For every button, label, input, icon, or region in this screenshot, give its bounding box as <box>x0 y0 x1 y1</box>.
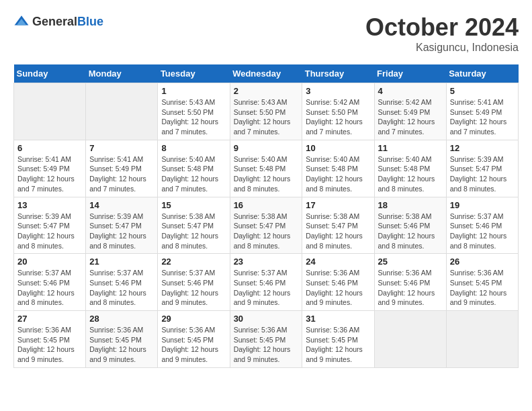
calendar-cell: 25Sunrise: 5:36 AM Sunset: 5:46 PM Dayli… <box>374 254 446 311</box>
calendar-cell: 6Sunrise: 5:41 AM Sunset: 5:49 PM Daylig… <box>14 140 86 197</box>
day-info: Sunrise: 5:36 AM Sunset: 5:45 PM Dayligh… <box>450 268 515 308</box>
day-number: 21 <box>89 257 154 267</box>
day-info: Sunrise: 5:39 AM Sunset: 5:47 PM Dayligh… <box>450 154 515 194</box>
day-number: 29 <box>161 314 226 324</box>
day-info: Sunrise: 5:36 AM Sunset: 5:45 PM Dayligh… <box>17 325 82 365</box>
day-number: 3 <box>306 86 370 96</box>
day-number: 16 <box>234 200 299 210</box>
header-cell-thursday: Thursday <box>302 64 374 83</box>
day-number: 30 <box>234 314 299 324</box>
day-number: 26 <box>450 257 515 267</box>
header-cell-saturday: Saturday <box>446 64 518 83</box>
day-info: Sunrise: 5:36 AM Sunset: 5:45 PM Dayligh… <box>234 325 299 365</box>
calendar-cell: 22Sunrise: 5:37 AM Sunset: 5:46 PM Dayli… <box>158 254 230 311</box>
calendar-cell: 16Sunrise: 5:38 AM Sunset: 5:47 PM Dayli… <box>230 197 302 254</box>
logo-text-general: General <box>32 15 77 28</box>
calendar-cell: 7Sunrise: 5:41 AM Sunset: 5:49 PM Daylig… <box>86 140 158 197</box>
day-info: Sunrise: 5:41 AM Sunset: 5:49 PM Dayligh… <box>89 154 154 194</box>
day-info: Sunrise: 5:38 AM Sunset: 5:47 PM Dayligh… <box>234 212 299 251</box>
day-number: 7 <box>89 143 154 153</box>
calendar-cell: 28Sunrise: 5:36 AM Sunset: 5:45 PM Dayli… <box>86 311 158 368</box>
day-info: Sunrise: 5:38 AM Sunset: 5:47 PM Dayligh… <box>306 212 370 251</box>
month-title: October 2024 <box>365 13 519 42</box>
day-number: 4 <box>378 86 443 96</box>
day-info: Sunrise: 5:36 AM Sunset: 5:45 PM Dayligh… <box>89 325 154 365</box>
day-info: Sunrise: 5:37 AM Sunset: 5:46 PM Dayligh… <box>161 268 226 308</box>
day-number: 19 <box>450 200 515 210</box>
logo: GeneralBlue <box>13 13 103 30</box>
calendar-week-1: 1Sunrise: 5:43 AM Sunset: 5:50 PM Daylig… <box>14 83 519 140</box>
calendar-cell: 14Sunrise: 5:39 AM Sunset: 5:47 PM Dayli… <box>86 197 158 254</box>
day-number: 10 <box>306 143 370 153</box>
calendar-cell: 3Sunrise: 5:42 AM Sunset: 5:50 PM Daylig… <box>302 83 374 140</box>
calendar-cell: 24Sunrise: 5:36 AM Sunset: 5:46 PM Dayli… <box>302 254 374 311</box>
day-number: 31 <box>306 314 370 324</box>
day-info: Sunrise: 5:37 AM Sunset: 5:46 PM Dayligh… <box>89 268 154 308</box>
day-number: 22 <box>161 257 226 267</box>
day-info: Sunrise: 5:40 AM Sunset: 5:48 PM Dayligh… <box>306 154 370 194</box>
day-info: Sunrise: 5:38 AM Sunset: 5:46 PM Dayligh… <box>378 212 443 251</box>
calendar-cell <box>374 311 446 368</box>
logo-text-blue: Blue <box>77 15 103 28</box>
day-number: 11 <box>378 143 443 153</box>
day-info: Sunrise: 5:36 AM Sunset: 5:46 PM Dayligh… <box>306 268 370 308</box>
calendar-cell: 26Sunrise: 5:36 AM Sunset: 5:45 PM Dayli… <box>446 254 518 311</box>
calendar-cell: 15Sunrise: 5:38 AM Sunset: 5:47 PM Dayli… <box>158 197 230 254</box>
day-info: Sunrise: 5:39 AM Sunset: 5:47 PM Dayligh… <box>17 212 82 251</box>
header-cell-tuesday: Tuesday <box>158 64 230 83</box>
day-info: Sunrise: 5:40 AM Sunset: 5:48 PM Dayligh… <box>378 154 443 194</box>
calendar-cell: 1Sunrise: 5:43 AM Sunset: 5:50 PM Daylig… <box>158 83 230 140</box>
day-info: Sunrise: 5:41 AM Sunset: 5:49 PM Dayligh… <box>450 97 515 137</box>
day-info: Sunrise: 5:43 AM Sunset: 5:50 PM Dayligh… <box>161 97 226 137</box>
location-title: Kasiguncu, Indonesia <box>365 42 519 54</box>
logo-icon <box>13 13 30 30</box>
day-info: Sunrise: 5:40 AM Sunset: 5:48 PM Dayligh… <box>234 154 299 194</box>
calendar-cell: 13Sunrise: 5:39 AM Sunset: 5:47 PM Dayli… <box>14 197 86 254</box>
day-info: Sunrise: 5:39 AM Sunset: 5:47 PM Dayligh… <box>89 212 154 251</box>
calendar-cell: 4Sunrise: 5:42 AM Sunset: 5:49 PM Daylig… <box>374 83 446 140</box>
calendar-week-4: 20Sunrise: 5:37 AM Sunset: 5:46 PM Dayli… <box>14 254 519 311</box>
day-number: 17 <box>306 200 370 210</box>
calendar-cell: 12Sunrise: 5:39 AM Sunset: 5:47 PM Dayli… <box>446 140 518 197</box>
calendar-cell: 21Sunrise: 5:37 AM Sunset: 5:46 PM Dayli… <box>86 254 158 311</box>
calendar-cell: 29Sunrise: 5:36 AM Sunset: 5:45 PM Dayli… <box>158 311 230 368</box>
day-number: 28 <box>89 314 154 324</box>
day-number: 18 <box>378 200 443 210</box>
day-info: Sunrise: 5:38 AM Sunset: 5:47 PM Dayligh… <box>161 212 226 251</box>
day-info: Sunrise: 5:36 AM Sunset: 5:46 PM Dayligh… <box>378 268 443 308</box>
day-number: 15 <box>161 200 226 210</box>
day-number: 20 <box>17 257 82 267</box>
day-number: 13 <box>17 200 82 210</box>
day-info: Sunrise: 5:37 AM Sunset: 5:46 PM Dayligh… <box>450 212 515 251</box>
day-number: 1 <box>161 86 226 96</box>
header-cell-monday: Monday <box>86 64 158 83</box>
calendar-cell: 8Sunrise: 5:40 AM Sunset: 5:48 PM Daylig… <box>158 140 230 197</box>
header-cell-sunday: Sunday <box>14 64 86 83</box>
calendar-cell <box>14 83 86 140</box>
day-number: 6 <box>17 143 82 153</box>
calendar-cell: 18Sunrise: 5:38 AM Sunset: 5:46 PM Dayli… <box>374 197 446 254</box>
day-info: Sunrise: 5:36 AM Sunset: 5:45 PM Dayligh… <box>306 325 370 365</box>
header-cell-wednesday: Wednesday <box>230 64 302 83</box>
calendar-cell <box>446 311 518 368</box>
title-area: October 2024 Kasiguncu, Indonesia <box>365 13 519 54</box>
calendar-cell: 23Sunrise: 5:37 AM Sunset: 5:46 PM Dayli… <box>230 254 302 311</box>
day-number: 27 <box>17 314 82 324</box>
day-number: 24 <box>306 257 370 267</box>
header-cell-friday: Friday <box>374 64 446 83</box>
day-info: Sunrise: 5:43 AM Sunset: 5:50 PM Dayligh… <box>234 97 299 137</box>
calendar-header-row: SundayMondayTuesdayWednesdayThursdayFrid… <box>14 64 519 83</box>
page-header: GeneralBlue October 2024 Kasiguncu, Indo… <box>13 13 519 54</box>
day-info: Sunrise: 5:42 AM Sunset: 5:50 PM Dayligh… <box>306 97 370 137</box>
day-info: Sunrise: 5:37 AM Sunset: 5:46 PM Dayligh… <box>234 268 299 308</box>
day-info: Sunrise: 5:40 AM Sunset: 5:48 PM Dayligh… <box>161 154 226 194</box>
day-number: 9 <box>234 143 299 153</box>
calendar-week-5: 27Sunrise: 5:36 AM Sunset: 5:45 PM Dayli… <box>14 311 519 368</box>
calendar-cell: 5Sunrise: 5:41 AM Sunset: 5:49 PM Daylig… <box>446 83 518 140</box>
day-info: Sunrise: 5:41 AM Sunset: 5:49 PM Dayligh… <box>17 154 82 194</box>
day-number: 12 <box>450 143 515 153</box>
calendar-week-3: 13Sunrise: 5:39 AM Sunset: 5:47 PM Dayli… <box>14 197 519 254</box>
calendar-cell: 27Sunrise: 5:36 AM Sunset: 5:45 PM Dayli… <box>14 311 86 368</box>
calendar-cell: 9Sunrise: 5:40 AM Sunset: 5:48 PM Daylig… <box>230 140 302 197</box>
calendar-cell: 11Sunrise: 5:40 AM Sunset: 5:48 PM Dayli… <box>374 140 446 197</box>
